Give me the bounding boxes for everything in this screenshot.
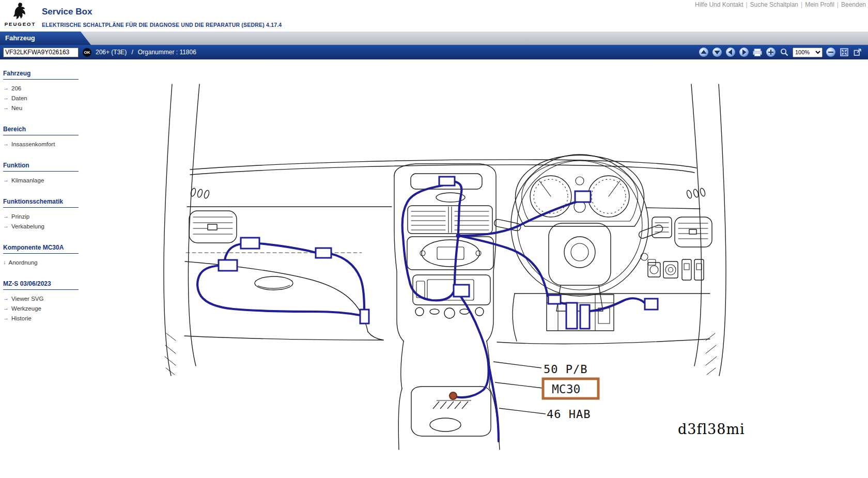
mc30-component-box[interactable]: MC30 <box>543 379 598 398</box>
zoom-in-button[interactable] <box>766 47 776 57</box>
harness-wire <box>225 244 242 260</box>
vin-input[interactable] <box>3 48 79 57</box>
sidebar-item-neu[interactable]: →Neu <box>3 103 79 113</box>
sidebar: Fahrzeug →206 →Daten →Neu Bereich →Insas… <box>0 59 83 478</box>
sidebar-item-viewer-svg[interactable]: →Viewer SVG <box>3 294 79 303</box>
arrow-left-icon <box>726 48 735 57</box>
sidebar-item-label: Historie <box>11 315 32 321</box>
header-link-beenden[interactable]: Beenden <box>841 1 866 8</box>
sidebar-section-title: Fahrzeug <box>3 70 79 80</box>
link-separator: | <box>801 1 802 8</box>
sidebar-item-label: Verkabelung <box>11 223 44 229</box>
nav-right-button[interactable] <box>739 47 749 57</box>
header-link-hilfe[interactable]: Hilfe Und Kontakt <box>695 1 743 8</box>
arrow-right-icon: → <box>3 85 9 91</box>
connector <box>439 177 455 186</box>
sidebar-section-title: Komponente MC30A <box>3 244 79 254</box>
arrow-right-icon: → <box>3 305 9 311</box>
nav-up-button[interactable] <box>699 47 709 57</box>
harness-node <box>456 234 461 238</box>
vehicle-info: 206+ (T3E) / Organummer : 11806 <box>96 49 196 56</box>
sidebar-item-verkabelung[interactable]: →Verkabelung <box>3 221 79 231</box>
sidebar-item-prinzip[interactable]: →Prinzip <box>3 211 79 221</box>
harness-wire <box>455 236 458 285</box>
harness-wire <box>590 298 645 311</box>
magnifier-icon <box>780 48 789 57</box>
tab-fahrzeug[interactable]: Fahrzeug <box>0 32 91 45</box>
minus-icon <box>826 48 835 57</box>
print-button[interactable] <box>752 47 763 57</box>
sidebar-item-label: Insassenkomfort <box>11 141 55 147</box>
callout-leader-lines <box>493 362 546 414</box>
app-title: Service Box <box>42 7 92 17</box>
arrow-right-icon: → <box>3 95 9 101</box>
sidebar-item-label: Viewer SVG <box>11 296 43 302</box>
external-window-button[interactable] <box>853 47 863 57</box>
header-link-profil[interactable]: Mein Profil <box>805 1 834 8</box>
sidebar-item-label: Anordnung <box>9 259 38 266</box>
sidebar-item-insassenkomfort[interactable]: →Insassenkomfort <box>3 139 79 149</box>
connector <box>575 191 591 202</box>
sidebar-section-title: MZ-S 03/06/2023 <box>3 280 79 290</box>
dashboard-linework <box>164 84 726 450</box>
ground-hatching <box>433 400 471 409</box>
service-box-app: { "icons": { "arrow_right": "→", "arrow_… <box>0 0 868 478</box>
nav-left-button[interactable] <box>725 47 736 57</box>
label-wire-top: 50 P/B <box>544 363 587 376</box>
connector <box>316 248 331 258</box>
ok-button[interactable]: OK <box>83 48 91 57</box>
ground-point <box>450 392 457 399</box>
label-wire-bottom: 46 HAB <box>547 408 591 421</box>
arrow-right-icon: → <box>3 213 9 219</box>
fit-screen-button[interactable] <box>839 47 849 57</box>
peugeot-logo: PEUGEOT <box>4 2 36 27</box>
nav-down-button[interactable] <box>712 47 722 57</box>
zoom-select[interactable]: 100% <box>793 48 823 57</box>
sidebar-item-label: Prinzip <box>11 213 29 220</box>
arrow-up-icon <box>699 48 708 57</box>
zoom-out-button[interactable] <box>826 47 836 57</box>
sidebar-item-klimaanlage[interactable]: →Klimaanlage <box>3 175 79 185</box>
sidebar-item-label: Klimaanlage <box>11 177 44 183</box>
harness-wire <box>402 186 454 300</box>
header-links: Hilfe Und Kontakt|Suche Schaltplan|Mein … <box>695 1 866 8</box>
arrow-right-icon: → <box>3 296 9 301</box>
header-link-suche[interactable]: Suche Schaltplan <box>750 1 798 8</box>
sidebar-item-werkzeuge[interactable]: →Werkzeuge <box>3 303 79 313</box>
magnifier-button[interactable] <box>779 47 789 57</box>
sidebar-section-fahrzeug: Fahrzeug →206 →Daten →Neu <box>3 70 79 113</box>
mc30-component-label: MC30 <box>552 382 580 396</box>
sidebar-item-label: 206 <box>11 85 21 91</box>
arrow-right-icon: → <box>3 141 9 147</box>
diagram-viewport[interactable]: 50 P/B MC30 46 HAB d3fl38mi <box>83 59 868 478</box>
arrow-right-icon: → <box>3 105 9 111</box>
sidebar-section-funktionsschematik: Funktionsschematik →Prinzip →Verkabelung <box>3 198 79 231</box>
harness-wire <box>458 236 548 296</box>
connector <box>645 299 658 310</box>
harness-wire <box>259 243 316 253</box>
sidebar-item-anordnung[interactable]: ↓Anordnung <box>3 257 79 267</box>
arrow-down-icon: ↓ <box>3 259 6 265</box>
fit-screen-icon <box>840 48 849 57</box>
sidebar-item-daten[interactable]: →Daten <box>3 93 79 103</box>
watermark: d3fl38mi <box>678 421 745 437</box>
sidebar-item-label: Neu <box>11 105 22 111</box>
info-separator: / <box>131 49 133 56</box>
sidebar-section-title: Funktionsschematik <box>3 198 79 208</box>
arrow-right-icon: → <box>3 223 9 229</box>
plus-icon <box>766 48 776 57</box>
sidebar-section-title: Bereich <box>3 126 79 135</box>
toolbar-icons: 100% <box>699 47 865 57</box>
app-header: PEUGEOT Service Box ELEKTRISCHE SCHALTPL… <box>0 0 868 32</box>
connector <box>580 305 590 329</box>
content-area: Fahrzeug →206 →Daten →Neu Bereich →Insas… <box>0 59 868 478</box>
sidebar-item-historie[interactable]: →Historie <box>3 313 79 323</box>
sidebar-item-206[interactable]: →206 <box>3 83 79 93</box>
vehicle-code: 206+ (T3E) <box>96 49 127 56</box>
arrow-right-icon: → <box>3 177 9 183</box>
connector <box>548 295 561 304</box>
sidebar-section-funktion: Funktion →Klimaanlage <box>3 162 79 185</box>
tab-bar: Fahrzeug <box>0 32 868 45</box>
peugeot-lion-icon <box>11 2 29 21</box>
link-separator: | <box>746 1 747 8</box>
